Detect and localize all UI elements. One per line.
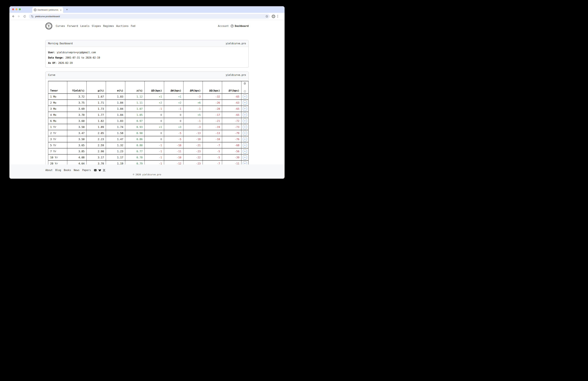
morning-card-body: User: yieldcurvepro+ycp@gmail.com Data R… [45,47,249,67]
delta-d-cell: 0 [145,130,164,136]
delta-d-cell: 0 [145,112,164,118]
nav-link-regimes[interactable]: Regimes [103,24,114,27]
nav-link-curves[interactable]: Curves [56,24,65,27]
nav-link-auctions[interactable]: Auctions [116,24,128,27]
email-icon[interactable] [94,169,97,171]
delta-q-cell: -5 [203,154,222,160]
curve-card-body: Tenor Yield(%) μ(%) σ(%) z(%) ΔD(bps) ΔW… [45,78,249,173]
nav-link-levels[interactable]: Levels [80,24,89,27]
table-row: 7 Yr3.852.901.230.77-1-11-23-5-56+ [48,148,249,154]
alert-cell: + [241,154,248,160]
url-text[interactable]: yieldcurve.pro/dashboard/ [35,15,265,18]
add-alert-button[interactable]: + [243,101,247,105]
user-line: User: yieldcurvepro+ycp@gmail.com [48,51,246,54]
delta-d-cell: +2 [145,100,164,106]
sigma-cell: 1.84 [106,106,125,112]
footer-link-about[interactable]: About [45,169,53,172]
svg-text:?: ? [245,91,245,92]
alert-cell: + [241,130,248,136]
z-cell: 1.05 [125,112,145,118]
footer-link-books[interactable]: Books [64,169,71,172]
yield-cell: 3.70 [67,112,87,118]
footer-link-papers[interactable]: Papers [82,169,91,172]
delta-y-cell: -72 [222,118,241,124]
add-alert-button[interactable]: + [243,113,247,117]
alert-cell: + [241,136,248,142]
tenor-cell: 1 Yr [48,124,67,130]
site-settings-icon[interactable] [31,15,34,18]
browser-menu-icon[interactable] [277,15,278,18]
url-bar[interactable]: yieldcurve.pro/dashboard/ [29,14,270,19]
delta-y-cell: -73 [222,124,241,130]
add-alert-button[interactable]: + [243,149,247,153]
data-range-value: 2001-07-31 to 2026-02-19 [65,56,100,59]
add-alert-button[interactable]: + [243,155,247,159]
nav-link-slopes[interactable]: Slopes [92,24,101,27]
browser-tab[interactable]: Y Dashboard | yieldcurve.pro × [32,7,63,13]
add-alert-button[interactable]: + [243,94,247,99]
yieldcurve-extension-icon[interactable]: Y [272,15,275,18]
alert-cell: + [241,112,248,118]
yield-cell: 3.75 [67,100,87,106]
nav-link-dashboard[interactable]: Dashboard [231,24,249,27]
delta-y-cell: -63 [222,100,241,106]
delta-y-cell: -65 [222,93,241,100]
new-tab-button[interactable]: + [65,8,69,12]
delta-m-cell: -3 [183,93,203,100]
yield-cell: 3.85 [67,148,87,154]
delta-w-cell: -1 [164,106,183,112]
macos-zoom-button[interactable] [19,8,21,10]
tab-strip: Y Dashboard | yieldcurve.pro × + [9,6,285,13]
add-alert-button[interactable]: + [243,119,247,123]
mu-cell: 1.89 [87,124,106,130]
footer-link-blog[interactable]: Blog [55,169,61,172]
yieldcurve-logo[interactable]: Y [45,22,52,29]
add-alert-button[interactable]: + [243,143,247,147]
nav-link-account[interactable]: Account [218,24,229,27]
alert-cell: + [241,148,248,154]
add-alert-button[interactable]: + [243,137,247,141]
tenor-cell: 6 Mo [48,118,67,124]
add-alert-button[interactable]: + [243,131,247,135]
nav-link-fed[interactable]: Fed [131,24,135,27]
tab-close-icon[interactable]: × [60,9,62,11]
mu-cell: 1.73 [87,106,106,112]
nav-links: CurvesForwardLevelsSlopesRegimesAuctions… [56,24,135,27]
macos-minimize-button[interactable] [16,8,17,10]
mu-cell: 2.90 [87,148,106,154]
footer-links: AboutBlogBooksNewsPapers [45,164,249,172]
col-header-mu: μ(%) [87,81,106,93]
yield-cell: 3.50 [67,136,87,142]
reload-icon[interactable] [22,14,27,18]
delta-w-cell: -10 [164,142,183,148]
x-icon[interactable] [103,169,105,172]
delta-q-cell: -19 [203,124,222,130]
back-icon[interactable] [11,14,15,18]
help-icon[interactable]: ? [244,90,246,93]
table-row: 10 Yr4.083.171.170.78-1-10-22-5-39+ [48,154,249,160]
delta-m-cell: -3 [183,124,203,130]
add-alert-button[interactable]: + [243,107,247,111]
bluesky-icon[interactable] [98,169,101,172]
delta-m-cell: +6 [183,100,203,106]
footer-link-news[interactable]: News [74,169,79,172]
delta-m-cell: -21 [183,142,203,148]
macos-close-button[interactable] [12,8,14,10]
col-header-alerts: ? [241,81,248,93]
delta-q-cell: -10 [203,136,222,142]
table-row: 6 Mo3.601.821.830.9700-1-21-72+ [48,118,249,124]
add-alert-button[interactable]: + [243,125,247,129]
sigma-cell: 1.17 [106,154,125,160]
morning-card-header: Morning Dashboard yieldcurve.pro [45,40,249,47]
mu-cell: 3.17 [87,154,106,160]
bookmark-star-icon[interactable] [265,15,268,18]
forward-icon[interactable] [17,14,21,18]
user-value: yieldcurvepro+ycp@gmail.com [57,51,96,54]
alert-cell: + [241,124,248,130]
sigma-cell: 1.32 [106,142,125,148]
z-cell: 1.11 [125,100,145,106]
delta-w-cell: -10 [164,154,183,160]
nav-link-forward[interactable]: Forward [67,24,78,27]
col-header-z: z(%) [125,81,145,93]
tenor-cell: 4 Mo [48,112,67,118]
